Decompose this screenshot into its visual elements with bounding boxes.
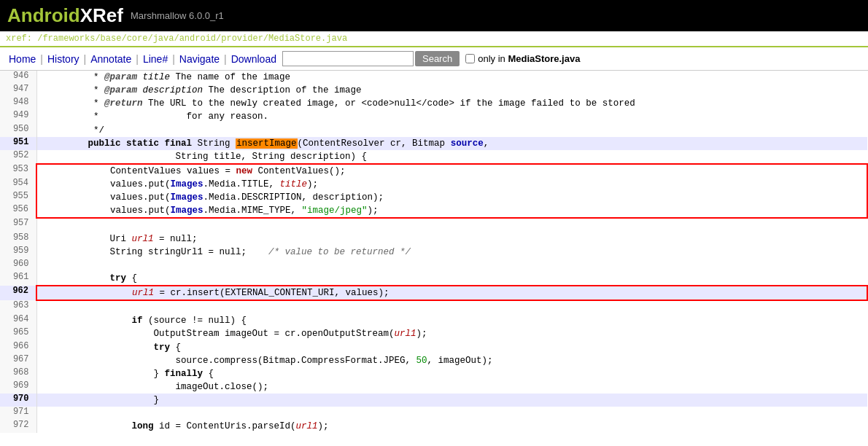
line-number[interactable]: 959 (0, 246, 36, 259)
line-number[interactable]: 947 (0, 84, 36, 97)
line-number[interactable]: 968 (0, 367, 36, 380)
line-number[interactable]: 963 (0, 300, 36, 314)
table-row: 967 source.compress(Bitmap.CompressForma… (0, 354, 867, 367)
brand-android: Android (7, 4, 80, 27)
nav-annotate[interactable]: Annotate (88, 52, 134, 66)
line-number[interactable]: 954 (0, 178, 36, 191)
line-code: String title, String description) { (36, 150, 867, 164)
line-code: String stringUrl1 = null; /* value to be… (36, 246, 867, 259)
line-code: * @param description The description of … (36, 84, 867, 97)
line-code: try { (36, 341, 867, 354)
line-number[interactable]: 965 (0, 327, 36, 340)
table-row: 950 */ (0, 124, 867, 137)
table-row: 947 * @param description The description… (0, 84, 867, 97)
line-code: values.put(Images.Media.TITLE, title); (36, 178, 867, 191)
line-code: } finally { (36, 367, 867, 380)
line-code: try { (36, 272, 867, 286)
line-code (36, 218, 867, 232)
table-row: 965 OutputStream imageOut = cr.openOutpu… (0, 327, 867, 340)
line-code: Uri url1 = null; (36, 232, 867, 246)
table-row: 972 long id = ContentUris.parseId(url1); (0, 420, 867, 433)
line-code: } (36, 394, 867, 407)
line-code (36, 407, 867, 420)
table-row: 961 try { (0, 272, 867, 286)
brand-xref: XRef (80, 4, 123, 27)
table-row: 969 imageOut.close(); (0, 380, 867, 394)
line-number[interactable]: 958 (0, 232, 36, 246)
line-code: url1 = cr.insert(EXTERNAL_CONTENT_URI, v… (36, 286, 867, 300)
code-area: 946 * @param title The name of the image… (0, 71, 868, 433)
nav-home[interactable]: Home (6, 52, 39, 66)
line-number[interactable]: 946 (0, 71, 36, 84)
table-row: 971 (0, 407, 867, 420)
table-row: 946 * @param title The name of the image (0, 71, 867, 84)
line-code: */ (36, 124, 867, 137)
line-code: OutputStream imageOut = cr.openOutputStr… (36, 327, 867, 340)
line-number[interactable]: 952 (0, 150, 36, 164)
table-row: 964 if (source != null) { (0, 314, 867, 327)
line-code: values.put(Images.Media.DESCRIPTION, des… (36, 191, 867, 204)
line-number[interactable]: 956 (0, 204, 36, 218)
nav-download[interactable]: Download (228, 52, 279, 66)
table-row: 954 values.put(Images.Media.TITLE, title… (0, 178, 867, 191)
line-code: values.put(Images.Media.MIME_TYPE, "imag… (36, 204, 867, 218)
line-number[interactable]: 953 (0, 164, 36, 178)
nav-line[interactable]: Line# (140, 52, 171, 66)
line-number[interactable]: 950 (0, 124, 36, 137)
table-row: 953 ContentValues values = new ContentVa… (0, 164, 867, 178)
line-number[interactable]: 961 (0, 272, 36, 286)
table-row: 955 values.put(Images.Media.DESCRIPTION,… (0, 191, 867, 204)
only-checkbox[interactable] (465, 54, 475, 63)
line-number[interactable]: 962 (0, 286, 36, 300)
table-row: 948 * @return The URL to the newly creat… (0, 97, 867, 110)
table-row: 958 Uri url1 = null; (0, 232, 867, 246)
line-code: source.compress(Bitmap.CompressFormat.JP… (36, 354, 867, 367)
table-row: 951 public static final String insertIma… (0, 137, 867, 150)
table-row: 952 String title, String description) { (0, 150, 867, 164)
nav-navigate[interactable]: Navigate (177, 52, 222, 66)
table-row: 968 } finally { (0, 367, 867, 380)
line-code: * for any reason. (36, 110, 867, 123)
line-code (36, 259, 867, 272)
line-number[interactable]: 960 (0, 259, 36, 272)
table-row: 963 (0, 300, 867, 314)
table-row: 949 * for any reason. (0, 110, 867, 123)
breadcrumb: xref: /frameworks/base/core/java/android… (0, 31, 868, 47)
line-code: * @return The URL to the newly created i… (36, 97, 867, 110)
line-number[interactable]: 964 (0, 314, 36, 327)
table-row: 956 values.put(Images.Media.MIME_TYPE, "… (0, 204, 867, 218)
only-label: only in MediaStore.java (478, 53, 580, 64)
search-input[interactable] (282, 51, 414, 66)
brand-version: Marshmallow 6.0.0_r1 (131, 10, 224, 21)
table-row: 957 (0, 218, 867, 232)
navbar: Home | History | Annotate | Line# | Navi… (0, 47, 868, 71)
table-row: 960 (0, 259, 867, 272)
nav-history[interactable]: History (44, 52, 82, 66)
breadcrumb-text: xref: /frameworks/base/core/java/android… (6, 34, 347, 44)
table-row: 970 } (0, 394, 867, 407)
table-row: 966 try { (0, 341, 867, 354)
code-table: 946 * @param title The name of the image… (0, 71, 868, 433)
line-number[interactable]: 971 (0, 407, 36, 420)
line-code: ContentValues values = new ContentValues… (36, 164, 867, 178)
line-number[interactable]: 951 (0, 137, 36, 150)
table-row: 959 String stringUrl1 = null; /* value t… (0, 246, 867, 259)
search-button[interactable]: Search (415, 51, 460, 66)
line-code: public static final String insertImage(C… (36, 137, 867, 150)
line-code: imageOut.close(); (36, 380, 867, 394)
line-number[interactable]: 957 (0, 218, 36, 232)
line-number[interactable]: 948 (0, 97, 36, 110)
line-number[interactable]: 949 (0, 110, 36, 123)
line-number[interactable]: 972 (0, 420, 36, 433)
header: AndroidXRef Marshmallow 6.0.0_r1 (0, 0, 868, 31)
line-number[interactable]: 967 (0, 354, 36, 367)
line-number[interactable]: 970 (0, 394, 36, 407)
line-number[interactable]: 969 (0, 380, 36, 394)
line-number[interactable]: 955 (0, 191, 36, 204)
table-row: 962 url1 = cr.insert(EXTERNAL_CONTENT_UR… (0, 286, 867, 300)
line-code: * @param title The name of the image (36, 71, 867, 84)
line-code (36, 300, 867, 314)
line-code: long id = ContentUris.parseId(url1); (36, 420, 867, 433)
line-number[interactable]: 966 (0, 341, 36, 354)
line-code: if (source != null) { (36, 314, 867, 327)
